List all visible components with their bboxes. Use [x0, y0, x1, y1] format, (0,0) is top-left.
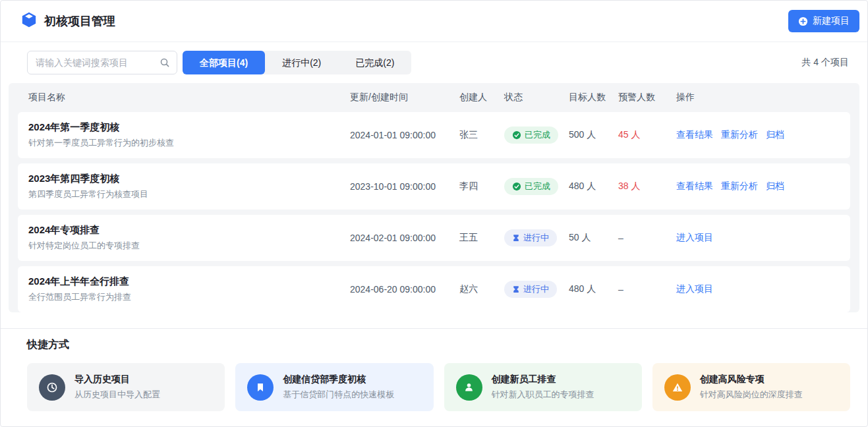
project-target: 500 人 [569, 129, 618, 141]
project-title: 2023年第四季度初核 [28, 173, 350, 185]
project-warning: – [618, 284, 676, 295]
col-creator: 创建人 [459, 92, 504, 103]
project-description: 针对特定岗位员工的专项排查 [28, 240, 350, 252]
bookmark-icon [247, 374, 274, 401]
col-actions: 操作 [676, 92, 840, 103]
project-time: 2024-01-01 09:00:00 [350, 130, 459, 140]
project-name-cell: 2023年第四季度初核 第四季度员工异常行为核查项目 [28, 173, 350, 200]
quick-actions-title: 快捷方式 [27, 338, 850, 352]
tab-all-projects[interactable]: 全部项目(4) [183, 51, 265, 74]
view-results-link[interactable]: 查看结果 [676, 129, 713, 141]
project-warning: 45 人 [618, 129, 676, 141]
status-label: 已完成 [525, 129, 550, 141]
archive-link[interactable]: 归档 [766, 181, 784, 192]
project-name-cell: 2024年第一季度初核 针对第一季度员工异常行为的初步核查 [28, 121, 350, 149]
project-time: 2024-02-01 09:00:00 [350, 233, 459, 243]
title-wrap: 初核项目管理 [20, 11, 115, 31]
quick-card-title: 导入历史项目 [74, 374, 160, 385]
project-creator: 王五 [459, 232, 504, 244]
new-project-button-label: 新建项目 [813, 15, 850, 27]
quick-card-title: 创建新员工排查 [492, 374, 594, 385]
quick-card-high-risk-special[interactable]: 创建高风险专项 针对高风险岗位的深度排查 [652, 363, 850, 411]
project-creator: 李四 [459, 181, 504, 192]
quick-card-import-history[interactable]: 导入历史项目 从历史项目中导入配置 [27, 363, 225, 411]
project-time: 2024-06-20 09:00:00 [350, 284, 459, 295]
search-input[interactable] [27, 51, 177, 74]
project-title: 2024年专项排查 [28, 224, 350, 237]
project-title: 2024年上半年全行排查 [28, 275, 350, 288]
status-label: 进行中 [523, 232, 549, 244]
quick-card-description: 针对高风险岗位的深度排查 [700, 389, 803, 401]
project-description: 针对第一季度员工异常行为的初步核查 [28, 137, 350, 149]
project-time: 2023-10-01 09:00:00 [350, 181, 459, 192]
view-results-link[interactable]: 查看结果 [676, 181, 713, 192]
project-creator: 张三 [459, 129, 504, 141]
status-badge-completed: 已完成 [504, 127, 558, 144]
enter-project-link[interactable]: 进入项目 [676, 283, 713, 295]
status-badge-completed: 已完成 [504, 178, 558, 195]
project-warning: – [618, 233, 676, 243]
project-target: 480 人 [569, 181, 618, 192]
table-header: 项目名称 更新/创建时间 创建人 状态 目标人数 预警人数 操作 [9, 83, 859, 112]
quick-card-new-employee-screening[interactable]: 创建新员工排查 针对新入职员工的专项排查 [444, 363, 642, 411]
status-label: 已完成 [525, 181, 550, 192]
check-circle-icon [512, 182, 521, 191]
project-warning: 38 人 [618, 181, 676, 192]
table-row: 2024年专项排查 针对特定岗位员工的专项排查 2024-02-01 09:00… [18, 215, 850, 261]
check-circle-icon [512, 130, 521, 140]
enter-project-link[interactable]: 进入项目 [676, 232, 713, 244]
project-creator: 赵六 [459, 283, 504, 295]
table-row: 2024年上半年全行排查 全行范围员工异常行为排查 2024-06-20 09:… [18, 266, 850, 312]
tab-completed[interactable]: 已完成(2) [338, 51, 411, 74]
reanalyze-link[interactable]: 重新分析 [721, 181, 758, 192]
project-actions: 查看结果 重新分析 归档 [676, 129, 840, 141]
status-badge-running: 进行中 [504, 281, 557, 298]
project-actions: 查看结果 重新分析 归档 [676, 181, 840, 192]
table-row: 2024年第一季度初核 针对第一季度员工异常行为的初步核查 2024-01-01… [18, 112, 850, 158]
project-description: 第四季度员工异常行为核查项目 [28, 188, 350, 200]
project-actions: 进入项目 [676, 232, 840, 244]
new-project-button[interactable]: 新建项目 [788, 10, 859, 32]
project-status-cell: 进行中 [504, 229, 569, 246]
quick-action-cards: 导入历史项目 从历史项目中导入配置 创建信贷部季度初核 基于信贷部门特点的快速模… [27, 363, 850, 411]
col-target-count: 目标人数 [569, 92, 618, 103]
quick-card-description: 从历史项目中导入配置 [74, 389, 160, 401]
page-header: 初核项目管理 新建项目 [1, 1, 867, 42]
search-icon [159, 57, 170, 68]
project-description: 全行范围员工异常行为排查 [28, 291, 350, 303]
status-label: 进行中 [523, 283, 549, 295]
reanalyze-link[interactable]: 重新分析 [721, 129, 758, 141]
hourglass-icon [512, 234, 520, 242]
status-badge-running: 进行中 [504, 229, 557, 246]
quick-card-description: 基于信贷部门特点的快速模板 [283, 389, 394, 401]
warning-icon [664, 374, 691, 401]
project-name-cell: 2024年上半年全行排查 全行范围员工异常行为排查 [28, 275, 350, 303]
page-title: 初核项目管理 [44, 13, 115, 29]
col-project-name: 项目名称 [28, 92, 350, 103]
quick-card-title: 创建信贷部季度初核 [283, 374, 394, 385]
quick-card-title: 创建高风险专项 [700, 374, 803, 385]
person-icon [456, 374, 482, 401]
preliminary-review-project-management-page: 初核项目管理 新建项目 全部项目(4) 进行中(2) 已完成(2) 共 4 个项… [0, 0, 868, 427]
col-status: 状态 [504, 92, 569, 103]
project-title: 2024年第一季度初核 [28, 121, 350, 134]
quick-actions-section: 快捷方式 导入历史项目 从历史项目中导入配置 创建信贷部季度初核 基于信贷部门特… [1, 328, 867, 411]
project-table: 项目名称 更新/创建时间 创建人 状态 目标人数 预警人数 操作 2024年第一… [9, 83, 859, 312]
project-count: 共 4 个项目 [801, 57, 849, 69]
quick-card-credit-dept-review[interactable]: 创建信贷部季度初核 基于信贷部门特点的快速模板 [235, 363, 433, 411]
project-target: 480 人 [569, 283, 618, 295]
tabs: 全部项目(4) 进行中(2) 已完成(2) [183, 51, 411, 74]
project-status-cell: 已完成 [504, 127, 569, 144]
toolbar: 全部项目(4) 进行中(2) 已完成(2) 共 4 个项目 [1, 42, 867, 83]
quick-card-description: 针对新入职员工的专项排查 [492, 389, 594, 401]
project-actions: 进入项目 [676, 283, 840, 295]
plus-circle-icon [798, 16, 808, 26]
col-time: 更新/创建时间 [350, 92, 459, 103]
tab-in-progress[interactable]: 进行中(2) [265, 51, 338, 74]
project-target: 50 人 [569, 232, 618, 244]
archive-link[interactable]: 归档 [766, 129, 784, 141]
hourglass-icon [512, 285, 520, 293]
cube-icon [20, 11, 38, 31]
table-row: 2023年第四季度初核 第四季度员工异常行为核查项目 2023-10-01 09… [18, 163, 850, 210]
project-status-cell: 已完成 [504, 178, 569, 195]
